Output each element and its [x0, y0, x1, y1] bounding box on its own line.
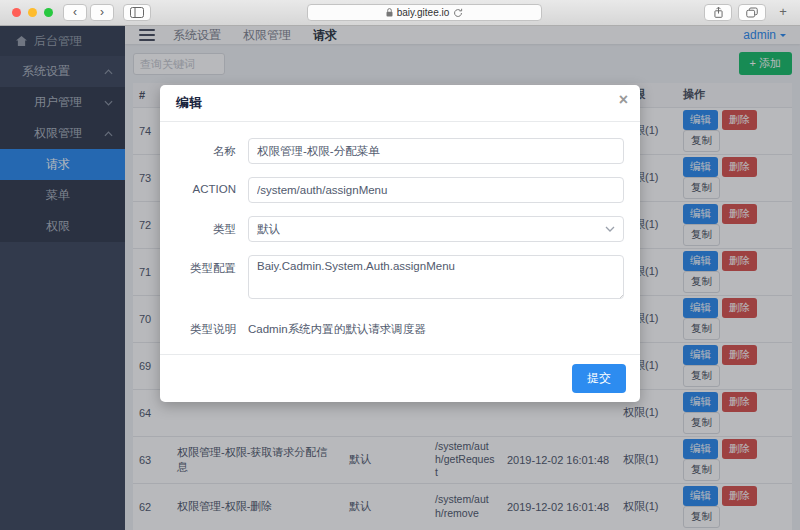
address-bar[interactable]: baiy.gitee.io: [307, 4, 542, 21]
new-tab-button[interactable]: +: [772, 4, 794, 21]
type-desc-label: 类型说明: [176, 316, 248, 337]
sidebar-toggle-button[interactable]: [123, 4, 151, 21]
tab-overview-button[interactable]: [738, 4, 766, 21]
modal-header: 编辑 ×: [160, 85, 640, 122]
minimize-window-button[interactable]: [28, 8, 37, 17]
name-field[interactable]: [248, 138, 624, 164]
reload-icon[interactable]: [453, 8, 463, 18]
edit-modal: 编辑 × 名称 ACTION 类型 默认: [160, 85, 640, 402]
name-field-label: 名称: [176, 138, 248, 159]
modal-footer: 提交: [160, 354, 640, 402]
browser-forward-button[interactable]: ›: [90, 4, 114, 21]
chevron-down-icon: [605, 226, 615, 232]
share-button[interactable]: [704, 4, 732, 21]
screen: ‹ › baiy.gitee.io + 后台管理 系统设置: [0, 0, 800, 530]
type-select[interactable]: 默认: [248, 216, 624, 242]
type-desc-text: Cadmin系统内置的默认请求调度器: [248, 316, 624, 337]
action-field-label: ACTION: [176, 177, 248, 195]
zoom-window-button[interactable]: [44, 8, 53, 17]
modal-body: 名称 ACTION 类型 默认 类: [160, 122, 640, 354]
modal-title: 编辑: [176, 95, 202, 110]
browser-chrome: ‹ › baiy.gitee.io +: [0, 0, 800, 26]
lock-icon: [386, 8, 393, 17]
close-window-button[interactable]: [12, 8, 21, 17]
action-field[interactable]: [248, 177, 624, 203]
type-config-field[interactable]: [248, 255, 624, 299]
share-icon: [713, 6, 724, 19]
submit-button[interactable]: 提交: [572, 364, 626, 393]
tabs-icon: [746, 7, 758, 18]
app-window: 后台管理 系统设置 用户管理 权限管理 请求: [0, 26, 800, 530]
window-controls: [12, 8, 53, 17]
type-config-field-label: 类型配置: [176, 255, 248, 276]
browser-back-button[interactable]: ‹: [63, 4, 87, 21]
type-select-value: 默认: [257, 222, 280, 237]
type-field-label: 类型: [176, 216, 248, 237]
url-text: baiy.gitee.io: [397, 7, 450, 18]
sidebar-toggle-icon: [130, 7, 144, 18]
close-icon[interactable]: ×: [619, 91, 628, 109]
